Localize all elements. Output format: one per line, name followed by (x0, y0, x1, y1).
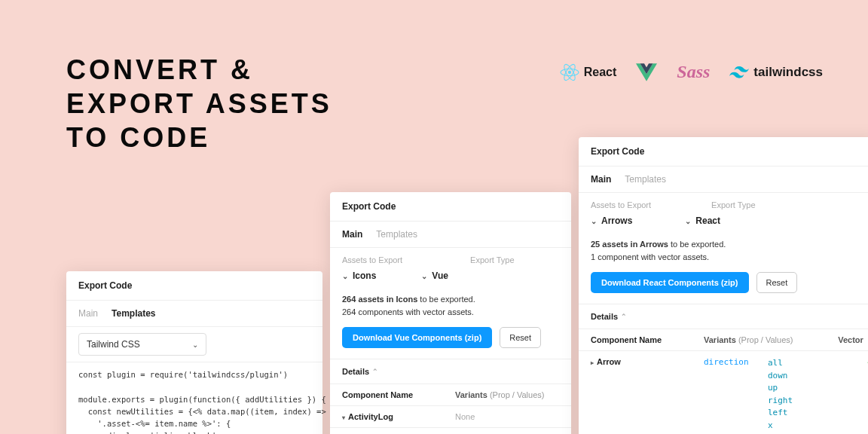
download-button[interactable]: Download React Components (zip) (591, 272, 749, 293)
react-logo: React (560, 63, 617, 82)
export-panel-tailwind: Export Code Main Templates Tailwind CSS⌄… (66, 271, 322, 434)
export-panel-vue: Export Code Main Templates Assets to Exp… (330, 192, 571, 434)
chevron-down-icon: ⌄ (192, 341, 198, 349)
chevron-down-icon: ⌄ (421, 272, 427, 280)
details-toggle[interactable]: Details⌃ (330, 359, 571, 384)
export-panel-react: Export Code Main Templates Assets to Exp… (579, 137, 868, 434)
vue-icon (636, 63, 657, 81)
panel-title: Export Code (66, 271, 322, 300)
component-row[interactable]: ▸Arrow direction type alldownuprightleft… (579, 351, 868, 434)
tailwind-logo: tailwindcss (729, 65, 823, 80)
component-row[interactable]: ▾ActivityLog None (330, 406, 571, 427)
tab-main[interactable]: Main (342, 229, 362, 240)
assets-dropdown[interactable]: ⌄Icons (342, 270, 376, 281)
reset-button[interactable]: Reset (756, 272, 798, 293)
export-type-dropdown[interactable]: ⌄Vue (421, 270, 448, 281)
tab-templates[interactable]: Templates (112, 308, 155, 319)
export-type-dropdown[interactable]: ⌄React (685, 215, 720, 226)
svg-point-0 (568, 70, 571, 73)
tab-main[interactable]: Main (78, 308, 98, 319)
chevron-down-icon: ⌄ (342, 272, 348, 280)
panel-title: Export Code (330, 192, 571, 221)
assets-dropdown[interactable]: ⌄Arrows (591, 215, 632, 226)
tailwind-icon (729, 66, 749, 78)
react-icon (560, 63, 579, 82)
code-preview: <template> <svg :class="className" :widt… (330, 428, 571, 434)
tab-templates[interactable]: Templates (376, 229, 417, 240)
caret-right-icon: ▸ (591, 359, 594, 366)
chevron-down-icon: ⌄ (685, 217, 691, 225)
caret-down-icon: ▾ (342, 414, 345, 421)
details-toggle[interactable]: Details⌃ (579, 304, 868, 329)
framework-select[interactable]: Tailwind CSS⌄ (78, 333, 206, 356)
export-summary: 264 assets in Icons to be exported. 264 … (330, 289, 571, 327)
tab-templates[interactable]: Templates (625, 174, 666, 185)
panel-title: Export Code (579, 137, 868, 166)
export-summary: 25 assets in Arrows to be exported. 1 co… (579, 234, 868, 272)
tab-main[interactable]: Main (591, 174, 611, 185)
sass-icon: Sass (677, 62, 710, 82)
hero-heading: CONVERT & EXPORT ASSETS TO CODE (66, 53, 332, 154)
code-preview: const plugin = require('tailwindcss/plug… (66, 362, 322, 434)
chevron-down-icon: ⌄ (591, 217, 597, 225)
framework-logos: React Sass tailwindcss (560, 62, 823, 82)
download-button[interactable]: Download Vue Components (zip) (342, 327, 492, 348)
reset-button[interactable]: Reset (500, 327, 541, 348)
